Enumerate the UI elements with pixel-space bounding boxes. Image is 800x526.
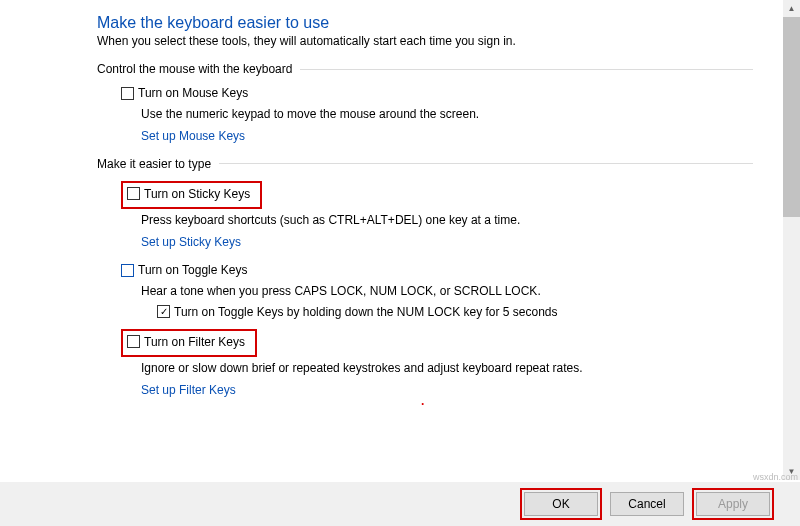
sticky-keys-highlight: Turn on Sticky Keys: [121, 181, 262, 210]
cancel-button[interactable]: Cancel: [610, 492, 684, 516]
group-mouse-label: Control the mouse with the keyboard: [97, 62, 292, 76]
toggle-keys-numlock-checkbox[interactable]: Turn on Toggle Keys by holding down the …: [157, 305, 558, 319]
group-mouse-header: Control the mouse with the keyboard: [97, 62, 753, 76]
ok-highlight: OK: [520, 488, 602, 520]
ease-of-access-keyboard-window: Make the keyboard easier to use When you…: [0, 0, 800, 526]
sticky-keys-checkbox[interactable]: Turn on Sticky Keys: [127, 187, 250, 201]
toggle-keys-desc: Hear a tone when you press CAPS LOCK, NU…: [141, 284, 753, 298]
divider: [219, 163, 753, 164]
sticky-keys-setup-link[interactable]: Set up Sticky Keys: [141, 235, 753, 249]
group-type-header: Make it easier to type: [97, 157, 753, 171]
toggle-keys-label: Turn on Toggle Keys: [138, 263, 247, 277]
mouse-keys-desc: Use the numeric keypad to move the mouse…: [141, 107, 753, 121]
mouse-keys-setup-link[interactable]: Set up Mouse Keys: [141, 129, 753, 143]
button-bar: OK Cancel Apply: [0, 481, 800, 526]
content: Make the keyboard easier to use When you…: [0, 14, 783, 397]
checkbox-icon: [121, 87, 134, 100]
checkbox-icon: [121, 264, 134, 277]
apply-highlight: Apply: [692, 488, 774, 520]
checkbox-icon: [127, 335, 140, 348]
divider: [300, 69, 753, 70]
filter-keys-highlight: Turn on Filter Keys: [121, 329, 257, 358]
page-title: Make the keyboard easier to use: [97, 14, 753, 32]
mouse-keys-label: Turn on Mouse Keys: [138, 86, 248, 100]
filter-keys-desc: Ignore or slow down brief or repeated ke…: [141, 361, 753, 375]
checkbox-checked-icon: [157, 305, 170, 318]
toggle-keys-checkbox[interactable]: Turn on Toggle Keys: [121, 263, 247, 277]
filter-keys-setup-link[interactable]: Set up Filter Keys: [141, 383, 753, 397]
scroll-thumb[interactable]: [783, 17, 800, 217]
toggle-keys-numlock-label: Turn on Toggle Keys by holding down the …: [174, 305, 558, 319]
vertical-scrollbar[interactable]: ▲ ▼: [783, 0, 800, 480]
checkbox-icon: [127, 187, 140, 200]
filter-keys-checkbox[interactable]: Turn on Filter Keys: [127, 335, 245, 349]
scroll-area: Make the keyboard easier to use When you…: [0, 0, 783, 494]
sticky-keys-label: Turn on Sticky Keys: [144, 187, 250, 201]
red-dot-annotation: .: [421, 394, 424, 408]
mouse-keys-checkbox[interactable]: Turn on Mouse Keys: [121, 86, 248, 100]
scroll-up-button[interactable]: ▲: [783, 0, 800, 17]
filter-keys-label: Turn on Filter Keys: [144, 335, 245, 349]
group-type-label: Make it easier to type: [97, 157, 211, 171]
sticky-keys-desc: Press keyboard shortcuts (such as CTRL+A…: [141, 213, 753, 227]
page-subtitle: When you select these tools, they will a…: [97, 34, 753, 48]
ok-button[interactable]: OK: [524, 492, 598, 516]
apply-button[interactable]: Apply: [696, 492, 770, 516]
